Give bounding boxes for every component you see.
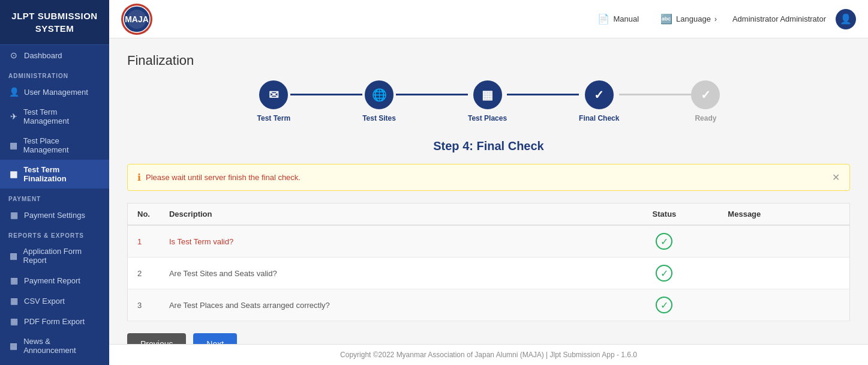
sidebar-item-user-management[interactable]: 👤 User Management [0,82,109,102]
check-circle-row-2: ✓ [656,265,672,282]
sidebar-item-label: Payment Report [24,276,80,285]
news-icon: ▦ [8,341,19,351]
sidebar-item-news-announcement[interactable]: ▦ News & Announcement [0,331,109,360]
step-final-check: ✓ Final Check [579,80,619,122]
step-label-ready: Ready [695,114,716,122]
sidebar-item-label: User Management [24,88,88,97]
step-circle-test-term: ✉ [259,80,288,109]
pdf-icon: ▦ [8,316,19,326]
step-circle-test-places: ▦ [473,80,502,109]
check-circle-row-1: ✓ [656,233,672,250]
button-row: Previous Next [127,333,850,344]
sidebar-title: JLPT SUBMISSION SYSTEM [0,0,109,45]
check-circle-row-3: ✓ [656,297,672,313]
step-icon-test-sites: 🌐 [372,88,387,102]
csv-icon: ▦ [8,296,19,306]
language-icon: 🔤 [660,13,672,25]
manual-icon: 📄 [597,13,609,25]
header: MAJA 📄 Manual 🔤 Language › Administrator… [109,0,868,38]
row-3-description: Are Test Places and Seats arranged corre… [160,289,611,321]
manual-label: Manual [613,14,639,23]
main-content: MAJA 📄 Manual 🔤 Language › Administrator… [109,0,868,365]
sidebar-item-test-term-management[interactable]: ✈ Test Term Management [0,102,109,131]
sidebar-collapse[interactable]: ‹ [0,360,109,365]
step-line-2 [396,94,468,95]
language-button[interactable]: 🔤 Language › [654,10,723,28]
sidebar-item-application-form-report[interactable]: ▦ Application Form Report [0,241,109,270]
sidebar-item-payment-report[interactable]: ▦ Payment Report [0,270,109,291]
section-label-reports: REPORTS & EXPORTS [0,225,109,241]
step-line-3 [507,94,579,95]
section-label-administration: ADMINISTRATION [0,65,109,82]
sidebar-item-label: Dashboard [24,51,62,60]
step-label-test-term: Test Term [257,114,291,122]
sidebar-item-label: Application Form Report [23,247,101,265]
row-2-no: 2 [128,258,160,289]
next-button[interactable]: Next [193,333,237,344]
col-status: Status [611,204,719,226]
finalization-icon: ▦ [8,169,19,179]
row-2-message [718,258,849,289]
col-description: Description [160,204,611,226]
alert-box: ℹ Please wait until server finish the fi… [127,164,850,191]
step-line-1 [290,94,362,95]
alert-icon: ℹ [137,172,141,183]
sidebar-item-pdf-export[interactable]: ▦ PDF Form Export [0,311,109,331]
step-label-final-check: Final Check [579,114,619,122]
test-place-icon: ▦ [8,140,19,150]
sidebar-item-label: Test Term Finalization [23,165,101,183]
step-label-test-places: Test Places [468,114,507,122]
table-row: 3 Are Test Places and Seats arranged cor… [128,289,850,321]
table-row: 2 Are Test Sites and Seats valid? ✓ [128,258,850,289]
user-icon: 👤 [8,87,19,97]
payment-icon: ▦ [8,210,19,220]
app-form-icon: ▦ [8,251,19,261]
sidebar-item-payment-settings[interactable]: ▦ Payment Settings [0,205,109,225]
step-icon-final-check: ✓ [594,88,604,102]
step-test-places: ▦ Test Places [468,80,507,122]
check-table: No. Description Status Message 1 Is Test… [127,203,850,321]
stepper: ✉ Test Term 🌐 Test Sites ▦ Test Places [127,80,850,122]
sidebar-item-test-place-management[interactable]: ▦ Test Place Management [0,131,109,160]
manual-button[interactable]: 📄 Manual [591,10,645,28]
step-circle-ready: ✓ [691,80,720,109]
sidebar-item-label: Test Place Management [23,136,101,154]
sidebar-item-label: PDF Form Export [24,317,85,326]
sidebar-item-dashboard[interactable]: ⊙ Dashboard [0,45,109,65]
footer-text: Copyright ©2022 Myanmar Association of J… [340,351,637,359]
table-header-row: No. Description Status Message [128,204,850,226]
svg-text:MAJA: MAJA [125,14,149,24]
step-label-test-sites: Test Sites [362,114,396,122]
step-circle-test-sites: 🌐 [365,80,394,109]
step-line-4 [619,94,691,95]
step-circle-final-check: ✓ [585,80,614,109]
table-body: 1 Is Test Term valid? ✓ 2 Are Test Sites… [128,225,850,321]
status-icon-row-3: ✓ [620,297,709,313]
sidebar-item-label: News & Announcement [23,337,101,355]
user-name: Administrator Administrator [732,14,826,23]
sidebar-item-label: Payment Settings [24,211,85,220]
row-2-description: Are Test Sites and Seats valid? [160,258,611,289]
logo: MAJA [121,4,152,35]
step-icon-test-term: ✉ [269,88,279,102]
status-icon-row-2: ✓ [620,265,709,282]
row-1-status: ✓ [611,225,719,258]
logo-svg: MAJA [123,5,151,33]
section-label-payment: PAYMENT [0,189,109,205]
step-icon-ready: ✓ [701,88,711,102]
alert-close-button[interactable]: ✕ [832,172,840,183]
sidebar-item-csv-export[interactable]: ▦ CSV Export [0,291,109,311]
footer: Copyright ©2022 Myanmar Association of J… [109,344,868,365]
step-test-term: ✉ Test Term [257,80,291,122]
step-test-sites: 🌐 Test Sites [362,80,396,122]
previous-button[interactable]: Previous [127,333,186,344]
sidebar-item-label: CSV Export [24,297,65,306]
user-avatar[interactable]: 👤 [836,9,856,29]
step-icon-test-places: ▦ [482,88,493,102]
row-3-message [718,289,849,321]
sidebar-item-test-term-finalization[interactable]: ▦ Test Term Finalization [0,160,109,189]
step-ready: ✓ Ready [691,80,720,122]
language-label: Language [676,14,711,23]
row-1-message [718,225,849,258]
sidebar: JLPT SUBMISSION SYSTEM ⊙ Dashboard ADMIN… [0,0,109,365]
